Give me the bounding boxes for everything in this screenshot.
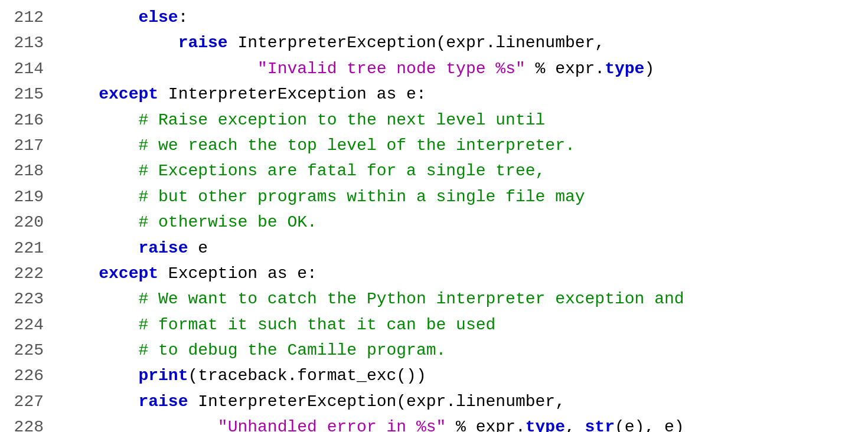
line-number: 223 [12,286,44,312]
line-number: 214 [12,56,44,81]
token-normal [59,418,218,432]
token-comment: # we reach the top level of the interpre… [138,136,575,155]
token-normal: InterpreterException(expr.linenumber, [188,392,565,411]
code-line: print(traceback.format_exc()) [59,363,862,388]
code-line: # format it such that it can be used [59,312,862,338]
line-number: 225 [12,338,44,363]
token-normal: Exception as e: [158,264,317,283]
token-string: "Invalid tree node type %s" [257,60,526,78]
token-normal [59,111,138,129]
token-normal [59,188,138,206]
token-comment: # Raise exception to the next level unti… [138,111,545,129]
token-normal [59,290,138,308]
token-comment: # otherwise be OK. [138,213,316,231]
token-normal: InterpreterException(expr.linenumber, [228,34,605,52]
code-line: # Exceptions are fatal for a single tree… [59,158,862,184]
token-normal [59,162,138,180]
token-normal: e [188,239,208,257]
line-number: 224 [12,312,44,338]
token-normal: , [565,418,585,432]
line-number: 228 [12,414,44,432]
token-attr: type [605,60,644,78]
line-number: 226 [12,363,44,388]
token-kw-except: except [99,85,158,103]
token-comment: # We want to catch the Python interprete… [138,290,684,308]
token-normal: % expr. [446,418,525,432]
line-number: 217 [12,133,44,158]
token-normal [59,366,138,385]
token-normal: ) [644,60,654,78]
token-kw-raise: raise [178,34,228,52]
code-line: # we reach the top level of the interpre… [59,133,862,158]
token-normal [59,316,138,334]
code-line: # We want to catch the Python interprete… [59,286,862,312]
code-line: except InterpreterException as e: [59,81,862,107]
token-attr: type [526,418,565,432]
token-kw-print: print [138,366,188,385]
line-number: 227 [12,389,44,414]
code-line: raise e [59,235,862,261]
code-line: "Unhandled error in %s" % expr.type, str… [59,414,862,432]
token-normal [59,392,138,411]
token-normal: % expr. [526,60,605,78]
token-normal [59,85,99,103]
line-number: 212 [12,5,44,30]
token-comment: # but other programs within a single fil… [138,188,585,206]
token-comment: # format it such that it can be used [138,316,495,334]
code-line: raise InterpreterException(expr.linenumb… [59,30,862,55]
code-line: else: [59,5,862,30]
line-number: 218 [12,158,44,184]
token-kw-blue: else [138,8,178,27]
token-normal [59,213,138,231]
token-string: "Unhandled error in %s" [218,418,446,432]
token-normal: : [178,8,188,27]
token-kw-raise: raise [138,239,188,257]
line-number: 213 [12,30,44,55]
token-comment: # Exceptions are fatal for a single tree… [138,162,545,180]
code-line: "Invalid tree node type %s" % expr.type) [59,56,862,81]
line-number-gutter: 2122132142152162172182192202212222232242… [0,5,53,432]
token-kw-str: str [585,418,615,432]
code-line: # Raise exception to the next level unti… [59,107,862,133]
token-normal [59,264,99,283]
code-line: except Exception as e: [59,261,862,286]
token-kw-raise: raise [138,392,188,411]
line-number: 222 [12,261,44,286]
token-normal [59,8,138,27]
line-number: 219 [12,184,44,210]
code-content: else: raise InterpreterException(expr.li… [53,5,868,432]
code-line: # otherwise be OK. [59,210,862,235]
line-number: 215 [12,81,44,107]
token-normal: (traceback.format_exc()) [188,366,426,385]
line-number: 221 [12,235,44,261]
line-number: 216 [12,107,44,133]
token-normal [59,60,257,78]
token-normal: (e), e) [615,418,684,432]
token-kw-except: except [99,264,158,283]
token-normal [59,341,138,359]
token-normal [59,239,138,257]
token-comment: # to debug the Camille program. [138,341,446,359]
token-normal [59,136,138,155]
line-number: 220 [12,210,44,235]
code-line: # to debug the Camille program. [59,338,862,363]
token-normal [59,34,178,52]
code-line: raise InterpreterException(expr.linenumb… [59,389,862,414]
token-normal: InterpreterException as e: [158,85,426,103]
code-line: # but other programs within a single fil… [59,184,862,210]
code-viewer: 2122132142152162172182192202212222232242… [0,0,868,432]
